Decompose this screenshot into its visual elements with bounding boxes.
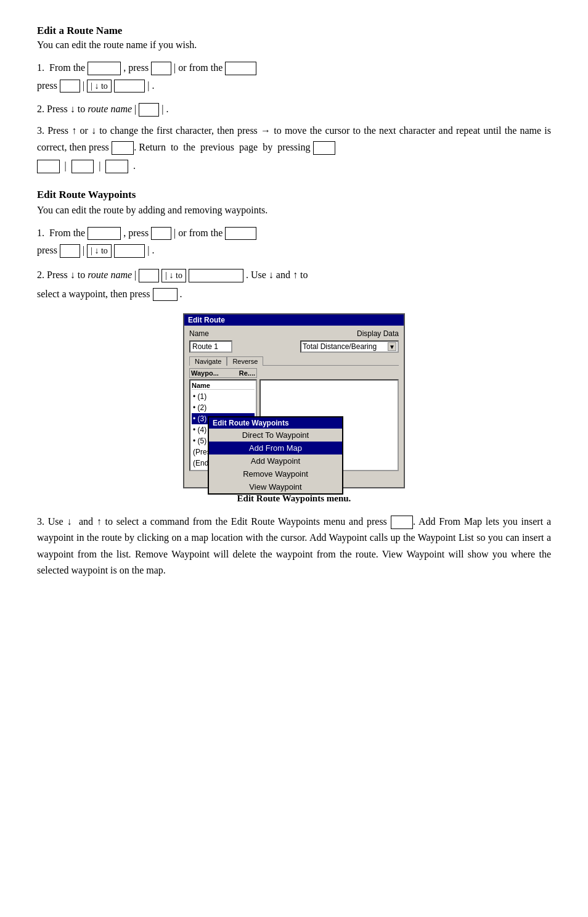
step3-pipe2: | (99, 158, 100, 174)
submenu-item-direct[interactable]: Direct To Waypoint (209, 429, 342, 442)
step3-box5 (105, 160, 128, 173)
s2-step2-use: . Use ↓ and ↑ to (246, 266, 308, 284)
step1-box6 (114, 80, 145, 93)
step3-box1 (112, 141, 134, 155)
section1-step2: 2. Press ↓ to route name | | . (37, 101, 551, 117)
s2-step1-pipe2: | (83, 242, 84, 260)
edit-route-title: Edit Route (188, 316, 225, 324)
s2-step1-box1 (88, 227, 121, 241)
section-edit-route-waypoints: Edit Route Waypoints You can edit the ro… (37, 189, 551, 579)
step1-press2: press (37, 77, 57, 95)
step2-dot: . (166, 104, 168, 114)
s2-step2-box2: | ↓ to (161, 269, 186, 282)
s2-step1-press2: press (37, 242, 57, 260)
s2-step1-pipe1: | (174, 224, 176, 242)
reverse-col-header: Re.... (239, 369, 255, 377)
figure-caption: Edit Route Waypoints menu. (237, 493, 351, 504)
step1-from-the: 1. From the (37, 59, 85, 77)
s2-step2-select: select a waypoint, then press (37, 285, 150, 303)
s2-step2-press: 2. Press ↓ to (37, 266, 85, 284)
section1-title: Edit a Route Name (37, 25, 551, 37)
tab-navigate[interactable]: Navigate (189, 356, 227, 366)
submenu-item-add-waypoint[interactable]: Add Waypoint (209, 454, 342, 467)
step1-dot: . (152, 77, 155, 95)
step1-box4 (60, 80, 80, 93)
s2-step1-box6 (114, 244, 145, 258)
s2-step1-or-from: or from the (178, 224, 223, 242)
waypoint-item-1[interactable]: • (1) (192, 391, 255, 402)
step1-box3 (225, 62, 256, 75)
s2-step2-pipe1: | (134, 266, 136, 284)
s2-step1-pipe3: | (147, 242, 149, 260)
step1-press: , press (123, 59, 149, 77)
submenu-item-add-from-map[interactable]: Add From Map (209, 442, 342, 454)
step3-ent-box (391, 516, 414, 529)
edit-route-waypoints-popup: Edit Route Waypoints Direct To Waypoint … (208, 416, 343, 495)
step1-pipe1: | (174, 59, 176, 77)
select-dropdown-arrow[interactable]: ▼ (388, 342, 396, 351)
s2-step2-dot: . (180, 285, 182, 303)
s2-step1-box5: | ↓ to (87, 244, 112, 258)
submenu-item-view[interactable]: View Waypoint (209, 480, 342, 493)
step2-box1 (139, 103, 159, 117)
section2-step2: 2. Press ↓ to route name | | ↓ to . Use … (37, 266, 551, 303)
step2-pipe2: | (161, 104, 163, 114)
name-label: Name (189, 329, 209, 338)
dialog-combined: Edit Route Name Display Data Ro (183, 313, 405, 488)
section-edit-route-name: Edit a Route Name You can edit the route… (37, 25, 551, 174)
section1-step3: 3. Press ↑ or ↓ to change the first char… (37, 123, 551, 173)
s2-step1-from: 1. From the (37, 224, 85, 242)
edit-route-dialog: Edit Route Name Display Data Ro (183, 313, 405, 488)
step1-box2 (151, 62, 171, 75)
step3-box3 (37, 160, 60, 173)
waypoint-name-col: Name (192, 382, 255, 390)
step1-box1 (88, 62, 121, 75)
edit-route-titlebar: Edit Route (184, 315, 404, 326)
step2-pipe: | (134, 104, 136, 114)
step3-text: 3. Press ↑ or ↓ to change the first char… (37, 123, 551, 155)
step1-pipe3: | (147, 77, 149, 95)
section2-intro: You can edit the route by adding and rem… (37, 205, 551, 216)
section1-step1: 1. From the , press | or from the press … (37, 59, 551, 95)
edit-route-body: Name Display Data Route 1 Total Distance… (184, 326, 404, 487)
section2-step3: 3. Use ↓ and ↑ to select a command from … (37, 514, 551, 579)
figure-edit-route: Edit Route Name Display Data Ro (37, 313, 551, 504)
step3-dot: . (133, 158, 136, 174)
step1-box5: | ↓ to (87, 80, 112, 93)
s2-step1-box2 (151, 227, 171, 241)
section2-step1: 1. From the , press | or from the press … (37, 224, 551, 260)
s2-step1-box4 (60, 244, 80, 258)
s2-step2-route-name: route name (88, 266, 132, 284)
waypoint-item-2[interactable]: • (2) (192, 402, 255, 413)
display-label: Display Data (357, 329, 399, 338)
s2-step1-press: , press (123, 224, 149, 242)
step1-pipe2: | (83, 77, 84, 95)
step3-box2 (313, 141, 336, 155)
submenu-title: Edit Route Waypoints (209, 417, 342, 429)
s2-step2-box4 (153, 288, 178, 302)
step2-press-down: 2. Press ↓ to (37, 104, 88, 114)
s2-step1-dot: . (152, 242, 155, 260)
s2-step1-box3 (225, 227, 256, 241)
route-name-input[interactable]: Route 1 (189, 340, 232, 353)
tab-reverse[interactable]: Reverse (227, 356, 263, 366)
step1-or-from: or from the (178, 59, 223, 77)
s2-step2-box1 (139, 269, 159, 282)
submenu-item-remove[interactable]: Remove Waypoint (209, 467, 342, 480)
step3-pipe1: | (65, 158, 67, 174)
section2-title: Edit Route Waypoints (37, 189, 551, 201)
waypoint-col-header: Waypo... (191, 369, 219, 377)
step2-route-name: route name (88, 104, 132, 114)
section1-intro: You can edit the route name if you wish. (37, 39, 551, 51)
step3-box4 (71, 160, 94, 173)
s2-step2-box3 (189, 269, 243, 282)
display-data-select[interactable]: Total Distance/Bearing ▼ (300, 340, 399, 353)
